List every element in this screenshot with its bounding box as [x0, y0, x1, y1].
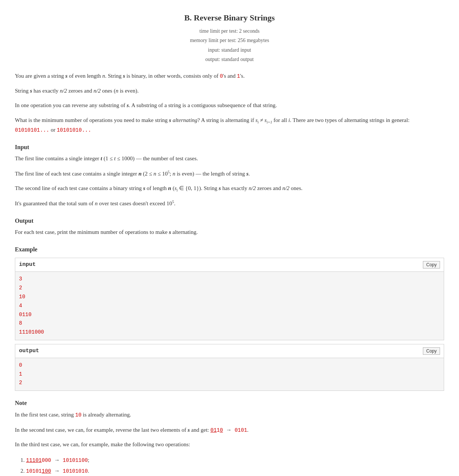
note-para-1: In the first test case, string 10 is alr… — [15, 410, 444, 420]
input-line-2: 2 — [19, 284, 440, 293]
problem-meta: time limit per test: 2 seconds memory li… — [15, 26, 444, 64]
note-para-2: In the second test case, we can, for exa… — [15, 425, 444, 435]
operation-2: 10101100 → 10101010. — [26, 466, 444, 476]
example-input-box: input Copy 3 2 10 4 0110 8 11101000 — [15, 258, 444, 340]
copy-output-button[interactable]: Copy — [423, 347, 440, 355]
example-output-content: 0 1 2 — [15, 358, 444, 390]
input-type: input: standard input — [15, 45, 444, 55]
input-line-5: 0110 — [19, 311, 440, 319]
output-type: output: standard output — [15, 55, 444, 64]
problem-para-4: What is the minimum number of operations… — [15, 116, 444, 135]
input-line-3: 10 — [19, 293, 440, 302]
input-para-3: The second line of each test case contai… — [15, 184, 444, 193]
time-limit: time limit per test: 2 seconds — [15, 26, 444, 36]
output-heading: Output — [15, 216, 444, 226]
output-line-1: 0 — [19, 361, 440, 370]
output-line-3: 2 — [19, 379, 440, 387]
example-output-box: output Copy 0 1 2 — [15, 344, 444, 391]
operations-list: 11101000 → 10101100; 10101100 → 10101010… — [15, 455, 444, 476]
input-line-4: 4 — [19, 302, 440, 311]
problem-para-2: String s has exactly n/2 zeroes and n/2 … — [15, 86, 444, 96]
input-heading: Input — [15, 142, 444, 152]
page-title: B. Reverse Binary Strings — [15, 11, 444, 24]
example-input-content: 3 2 10 4 0110 8 11101000 — [15, 272, 444, 340]
input-line-1: 3 — [19, 275, 440, 284]
example-input-header: input Copy — [15, 258, 444, 272]
input-para-4: It's guaranteed that the total sum of n … — [15, 199, 444, 209]
input-line-7: 11101000 — [19, 328, 440, 337]
example-output-label: output — [19, 347, 39, 356]
copy-input-button[interactable]: Copy — [423, 261, 440, 268]
input-para-2: The first line of each test case contain… — [15, 169, 444, 179]
output-line-2: 1 — [19, 370, 440, 379]
example-heading: Example — [15, 245, 444, 254]
output-para-1: For each test case, print the minimum nu… — [15, 228, 444, 237]
problem-para-1: You are given a string s of even length … — [15, 71, 444, 81]
input-para-1: The first line contains a single integer… — [15, 154, 444, 164]
example-input-label: input — [19, 260, 36, 269]
input-line-6: 8 — [19, 319, 440, 328]
example-output-header: output Copy — [15, 344, 444, 358]
problem-para-3: In one operation you can reverse any sub… — [15, 101, 444, 110]
operation-1: 11101000 → 10101100; — [26, 455, 444, 466]
memory-limit: memory limit per test: 256 megabytes — [15, 36, 444, 45]
note-heading: Note — [15, 398, 444, 408]
note-para-3: In the third test case, we can, for exam… — [15, 440, 444, 450]
